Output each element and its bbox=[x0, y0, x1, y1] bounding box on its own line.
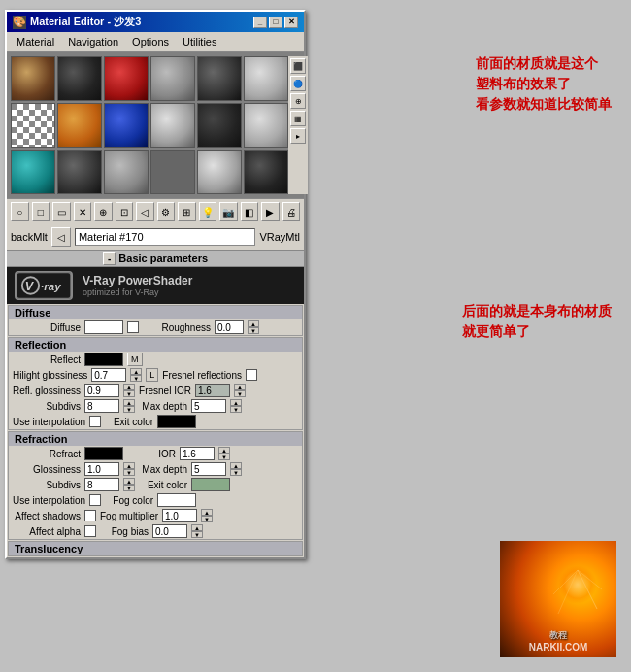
tb-btn-prev[interactable]: ◁ bbox=[136, 202, 154, 221]
refr-subdivs-input[interactable] bbox=[84, 478, 119, 491]
material-name-input[interactable] bbox=[75, 228, 256, 246]
use-interp-check2[interactable] bbox=[89, 494, 101, 506]
tb-btn-plane[interactable]: ▭ bbox=[52, 202, 71, 221]
menu-navigation[interactable]: Navigation bbox=[62, 34, 124, 50]
side-btn-3[interactable]: ⊕ bbox=[290, 93, 306, 109]
mat-slot-8[interactable] bbox=[57, 103, 102, 148]
refr-gloss-spinner[interactable]: ▲ ▼ bbox=[123, 462, 135, 476]
roughness-down[interactable]: ▼ bbox=[248, 327, 259, 334]
tb-btn-light[interactable]: 💡 bbox=[199, 202, 217, 221]
tb-btn-pick[interactable]: ⊕ bbox=[94, 202, 113, 221]
refl-gloss-input[interactable] bbox=[84, 384, 119, 397]
roughness-spinner[interactable]: ▲ ▼ bbox=[248, 320, 259, 334]
mat-slot-2[interactable] bbox=[57, 56, 102, 101]
max-depth-input[interactable] bbox=[191, 399, 226, 413]
roughness-input[interactable] bbox=[215, 320, 244, 334]
refr-gloss-up[interactable]: ▲ bbox=[123, 462, 135, 469]
mat-slot-7[interactable] bbox=[11, 103, 55, 148]
fog-bias-up[interactable]: ▲ bbox=[191, 524, 203, 531]
menu-utilities[interactable]: Utilities bbox=[177, 34, 222, 50]
refr-max-depth-spinner[interactable]: ▲ ▼ bbox=[230, 462, 242, 476]
close-button[interactable]: ✕ bbox=[284, 17, 298, 28]
refr-glossiness-input[interactable] bbox=[84, 462, 119, 476]
mat-slot-6[interactable] bbox=[244, 56, 288, 101]
refl-gloss-up[interactable]: ▲ bbox=[123, 384, 135, 390]
menu-options[interactable]: Options bbox=[126, 34, 175, 50]
section-collapse-btn[interactable]: - bbox=[103, 252, 116, 265]
refr-exit-swatch[interactable] bbox=[191, 478, 230, 491]
refr-max-depth-input[interactable] bbox=[191, 462, 226, 476]
mat-arrow-btn[interactable]: ◁ bbox=[51, 227, 71, 247]
fresnel-ior-up[interactable]: ▲ bbox=[234, 384, 246, 390]
refr-max-depth-down[interactable]: ▼ bbox=[230, 469, 242, 476]
reflect-m-button[interactable]: M bbox=[127, 353, 143, 366]
mat-slot-13[interactable] bbox=[11, 150, 55, 194]
hilight-up[interactable]: ▲ bbox=[130, 368, 142, 375]
mat-slot-9[interactable] bbox=[104, 103, 149, 148]
mat-slot-4[interactable] bbox=[150, 56, 195, 101]
ior-input[interactable] bbox=[180, 447, 215, 460]
menu-material[interactable]: Material bbox=[11, 34, 60, 50]
hilight-l-button[interactable]: L bbox=[146, 368, 158, 382]
subdivs-input[interactable] bbox=[84, 399, 119, 413]
fog-mult-input[interactable] bbox=[162, 509, 197, 522]
tb-btn-bg[interactable]: ◧ bbox=[241, 202, 259, 221]
subdivs-down[interactable]: ▼ bbox=[123, 406, 135, 413]
use-interp-check[interactable] bbox=[89, 416, 101, 427]
mat-slot-10[interactable] bbox=[150, 103, 195, 148]
mat-slot-15[interactable] bbox=[104, 150, 149, 194]
max-depth-down[interactable]: ▼ bbox=[230, 406, 242, 413]
side-btn-5[interactable]: ▸ bbox=[290, 128, 306, 144]
refr-max-depth-up[interactable]: ▲ bbox=[230, 462, 242, 469]
side-btn-2[interactable]: 🔵 bbox=[290, 76, 306, 91]
subdivs-spinner[interactable]: ▲ ▼ bbox=[123, 399, 135, 413]
refr-gloss-down[interactable]: ▼ bbox=[123, 469, 135, 476]
tb-btn-sphere[interactable]: ○ bbox=[11, 202, 29, 221]
side-btn-1[interactable]: ⬛ bbox=[290, 58, 306, 74]
fog-mult-spinner[interactable]: ▲ ▼ bbox=[201, 509, 213, 522]
hilight-input[interactable] bbox=[91, 368, 126, 382]
side-btn-4[interactable]: ▦ bbox=[290, 111, 306, 126]
tb-btn-options[interactable]: ⚙ bbox=[157, 202, 176, 221]
tb-btn-box[interactable]: □ bbox=[32, 202, 50, 221]
refr-subdivs-spinner[interactable]: ▲ ▼ bbox=[123, 478, 135, 491]
max-depth-spinner[interactable]: ▲ ▼ bbox=[230, 399, 242, 413]
fog-bias-down[interactable]: ▼ bbox=[191, 531, 203, 538]
hilight-down[interactable]: ▼ bbox=[130, 375, 142, 382]
maximize-button[interactable]: □ bbox=[269, 17, 282, 28]
refr-subdivs-down[interactable]: ▼ bbox=[123, 485, 135, 491]
tb-btn-print[interactable]: 🖨 bbox=[282, 202, 301, 221]
refl-gloss-spinner[interactable]: ▲ ▼ bbox=[123, 384, 135, 397]
refl-gloss-down[interactable]: ▼ bbox=[123, 390, 135, 397]
diffuse-color-swatch[interactable] bbox=[84, 320, 123, 334]
mat-slot-18[interactable] bbox=[244, 150, 288, 194]
tb-btn-video[interactable]: ▶ bbox=[261, 202, 280, 221]
mat-slot-14[interactable] bbox=[57, 150, 102, 194]
diffuse-check[interactable] bbox=[127, 321, 139, 333]
mat-slot-16[interactable] bbox=[150, 150, 195, 194]
fresnel-check[interactable] bbox=[246, 369, 257, 381]
subdivs-up[interactable]: ▲ bbox=[123, 399, 135, 406]
exit-color-swatch[interactable] bbox=[157, 415, 196, 428]
ior-spinner[interactable]: ▲ ▼ bbox=[218, 447, 230, 460]
refr-subdivs-up[interactable]: ▲ bbox=[123, 478, 135, 485]
fresnel-ior-down[interactable]: ▼ bbox=[234, 390, 246, 397]
affect-shadows-check[interactable] bbox=[84, 510, 96, 521]
tb-btn-copy[interactable]: ⊡ bbox=[116, 202, 134, 221]
fresnel-ior-spinner[interactable]: ▲ ▼ bbox=[234, 384, 246, 397]
hilight-spinner[interactable]: ▲ ▼ bbox=[130, 368, 142, 382]
fresnel-ior-input[interactable] bbox=[195, 384, 230, 397]
mat-slot-12[interactable] bbox=[244, 103, 288, 148]
mat-slot-17[interactable] bbox=[197, 150, 242, 194]
reflect-swatch[interactable] bbox=[84, 353, 123, 366]
refract-swatch[interactable] bbox=[84, 447, 123, 460]
minimize-button[interactable]: _ bbox=[253, 17, 267, 28]
tb-btn-grid[interactable]: ⊞ bbox=[178, 202, 196, 221]
fog-color-swatch[interactable] bbox=[157, 493, 196, 507]
mat-slot-1[interactable] bbox=[11, 56, 55, 101]
fog-bias-spinner[interactable]: ▲ ▼ bbox=[191, 524, 203, 538]
mat-slot-5[interactable] bbox=[197, 56, 242, 101]
ior-up[interactable]: ▲ bbox=[218, 447, 230, 454]
max-depth-up[interactable]: ▲ bbox=[230, 399, 242, 406]
roughness-up[interactable]: ▲ bbox=[248, 320, 259, 327]
